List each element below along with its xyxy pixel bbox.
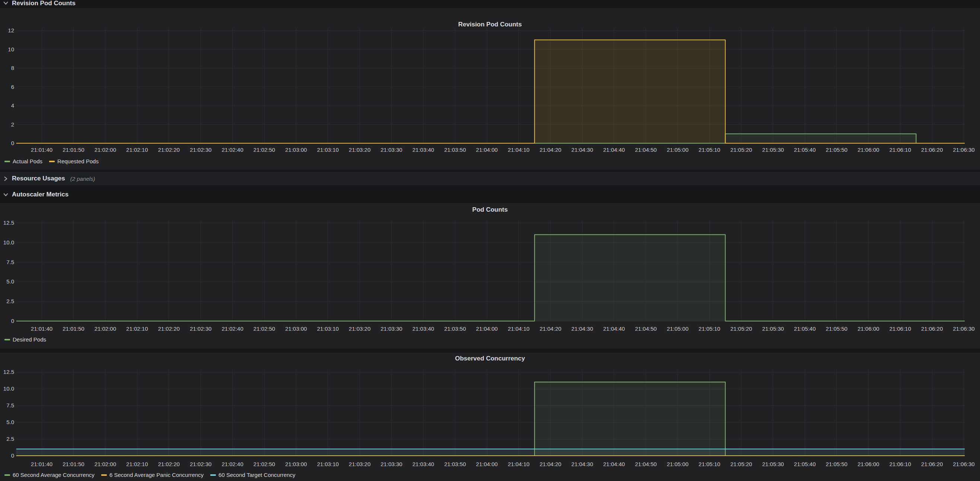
svg-text:21:02:40: 21:02:40 — [221, 461, 243, 467]
legend-label: Requested Pods — [57, 158, 99, 165]
svg-text:10: 10 — [8, 46, 14, 52]
svg-text:21:06:20: 21:06:20 — [921, 461, 943, 467]
chevron-down-icon — [2, 0, 10, 7]
svg-text:2: 2 — [11, 121, 14, 128]
svg-text:12: 12 — [8, 27, 14, 33]
legend-label: 60 Second Average Concurrency — [13, 472, 95, 478]
svg-text:21:04:00: 21:04:00 — [476, 325, 498, 332]
legend-item[interactable]: 60 Second Average Concurrency — [5, 472, 95, 478]
svg-text:21:05:40: 21:05:40 — [794, 461, 816, 467]
svg-text:21:04:30: 21:04:30 — [571, 325, 593, 332]
svg-text:21:05:20: 21:05:20 — [730, 325, 752, 332]
svg-text:21:05:30: 21:05:30 — [762, 461, 784, 467]
svg-text:10.0: 10.0 — [3, 239, 14, 246]
svg-text:21:03:40: 21:03:40 — [412, 461, 434, 467]
legend-item[interactable]: Requested Pods — [49, 158, 99, 165]
row-panel-count: (2 panels) — [70, 176, 95, 182]
svg-text:21:03:50: 21:03:50 — [444, 146, 466, 153]
row-title: Revision Pod Counts — [12, 0, 76, 7]
row-title: Resource Usages — [12, 175, 65, 182]
svg-text:21:04:20: 21:04:20 — [540, 325, 561, 332]
svg-text:12.5: 12.5 — [3, 219, 14, 226]
svg-text:21:04:50: 21:04:50 — [635, 461, 657, 467]
chart-legend: 60 Second Average Concurrency6 Second Av… — [5, 472, 302, 478]
svg-text:21:04:10: 21:04:10 — [508, 461, 529, 467]
legend-item[interactable]: 60 Second Target Concurrency — [210, 472, 296, 478]
panel-observed-concurrency: Observed Concurrency 02.55.07.510.012.52… — [0, 352, 980, 481]
svg-text:21:03:30: 21:03:30 — [381, 146, 402, 153]
svg-text:21:05:10: 21:05:10 — [698, 461, 720, 467]
svg-text:21:05:40: 21:05:40 — [794, 325, 816, 332]
svg-text:21:05:00: 21:05:00 — [667, 325, 688, 332]
svg-text:21:03:30: 21:03:30 — [381, 461, 402, 467]
svg-text:21:05:50: 21:05:50 — [826, 325, 848, 332]
svg-text:21:01:50: 21:01:50 — [62, 325, 84, 332]
legend-item[interactable]: Desired Pods — [5, 336, 46, 343]
svg-text:21:05:40: 21:05:40 — [794, 146, 816, 153]
legend-swatch-icon — [5, 161, 10, 162]
dashboard: Revision Pod Counts Revision Pod Counts … — [0, 0, 980, 481]
svg-text:21:03:20: 21:03:20 — [349, 461, 370, 467]
svg-text:21:02:20: 21:02:20 — [158, 461, 180, 467]
svg-text:21:05:30: 21:05:30 — [762, 325, 784, 332]
chevron-right-icon — [2, 175, 10, 182]
legend-label: Desired Pods — [13, 336, 46, 343]
legend-swatch-icon — [101, 474, 107, 476]
svg-text:5.0: 5.0 — [6, 419, 14, 425]
row-header-revision-pod-counts[interactable]: Revision Pod Counts — [0, 0, 980, 6]
svg-text:10.0: 10.0 — [3, 386, 14, 392]
svg-text:21:01:40: 21:01:40 — [31, 325, 52, 332]
svg-text:21:04:30: 21:04:30 — [571, 461, 593, 467]
legend-swatch-icon — [5, 339, 10, 340]
svg-text:21:05:50: 21:05:50 — [826, 461, 848, 467]
svg-text:21:04:00: 21:04:00 — [476, 461, 498, 467]
svg-text:21:05:20: 21:05:20 — [730, 461, 752, 467]
row-header-autoscaler-metrics[interactable]: Autoscaler Metrics — [0, 188, 980, 201]
svg-text:5.0: 5.0 — [6, 278, 14, 284]
svg-text:21:04:10: 21:04:10 — [508, 146, 529, 153]
row-header-resource-usages[interactable]: Resource Usages (2 panels) — [0, 172, 980, 185]
svg-text:21:03:10: 21:03:10 — [317, 461, 339, 467]
svg-text:7.5: 7.5 — [6, 402, 14, 408]
svg-text:21:01:40: 21:01:40 — [31, 146, 52, 153]
svg-text:21:02:10: 21:02:10 — [126, 325, 148, 332]
svg-text:21:04:10: 21:04:10 — [508, 325, 529, 332]
svg-text:21:05:30: 21:05:30 — [762, 146, 784, 153]
row-title: Autoscaler Metrics — [12, 191, 68, 198]
svg-text:21:04:00: 21:04:00 — [476, 146, 498, 153]
svg-text:21:05:50: 21:05:50 — [826, 146, 848, 153]
svg-text:21:02:10: 21:02:10 — [126, 146, 148, 153]
svg-text:21:03:10: 21:03:10 — [317, 325, 339, 332]
panel-revision-pod-counts: Revision Pod Counts 02468101221:01:4021:… — [0, 8, 980, 170]
svg-text:21:02:40: 21:02:40 — [221, 146, 243, 153]
legend-swatch-icon — [210, 474, 216, 476]
svg-text:21:06:00: 21:06:00 — [858, 461, 879, 467]
svg-text:0: 0 — [11, 140, 14, 146]
svg-text:0: 0 — [11, 318, 14, 324]
svg-text:21:05:00: 21:05:00 — [667, 146, 688, 153]
svg-text:21:02:30: 21:02:30 — [190, 146, 212, 153]
svg-text:21:03:40: 21:03:40 — [412, 325, 434, 332]
svg-text:7.5: 7.5 — [6, 259, 14, 265]
svg-text:8: 8 — [11, 65, 14, 71]
svg-text:21:04:40: 21:04:40 — [603, 325, 625, 332]
svg-text:21:06:10: 21:06:10 — [889, 461, 911, 467]
legend-item[interactable]: 6 Second Average Panic Concurrency — [101, 472, 204, 478]
svg-text:21:02:20: 21:02:20 — [158, 325, 180, 332]
svg-text:21:03:30: 21:03:30 — [381, 325, 402, 332]
svg-text:0: 0 — [11, 452, 14, 459]
svg-text:21:05:10: 21:05:10 — [698, 146, 720, 153]
chart-legend: Actual PodsRequested Pods — [5, 158, 105, 165]
svg-text:2.5: 2.5 — [6, 298, 14, 304]
chart-pod-counts: 02.55.07.510.012.521:01:4021:01:5021:02:… — [0, 203, 980, 349]
svg-text:21:06:30: 21:06:30 — [953, 146, 974, 153]
legend-label: Actual Pods — [13, 158, 43, 165]
svg-text:21:04:50: 21:04:50 — [635, 146, 657, 153]
legend-item[interactable]: Actual Pods — [5, 158, 43, 165]
svg-text:21:04:40: 21:04:40 — [603, 146, 625, 153]
svg-text:21:04:40: 21:04:40 — [603, 461, 625, 467]
svg-text:21:03:50: 21:03:50 — [444, 461, 466, 467]
svg-text:21:06:30: 21:06:30 — [953, 461, 974, 467]
svg-text:21:06:20: 21:06:20 — [921, 325, 943, 332]
svg-text:21:01:50: 21:01:50 — [62, 146, 84, 153]
